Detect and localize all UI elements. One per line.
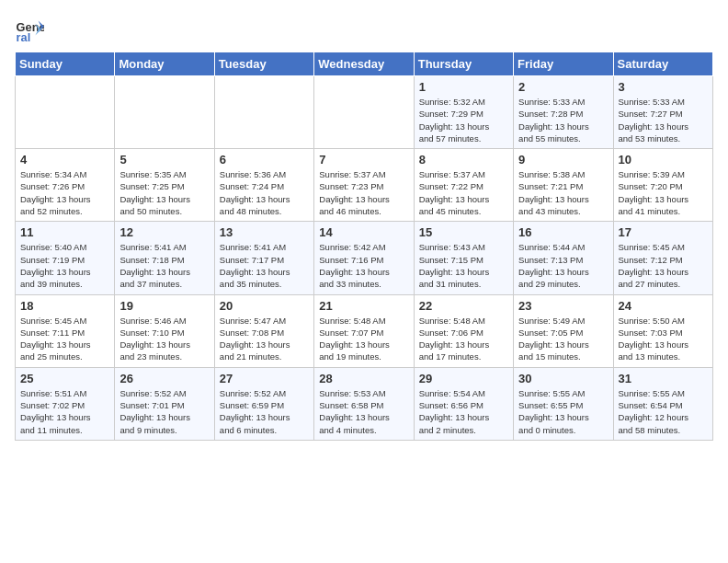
day-number: 28 bbox=[319, 372, 408, 385]
day-cell: 22Sunrise: 5:48 AM Sunset: 7:06 PM Dayli… bbox=[414, 294, 513, 367]
weekday-friday: Friday bbox=[514, 52, 613, 76]
day-number: 9 bbox=[518, 153, 608, 167]
day-number: 21 bbox=[319, 299, 408, 313]
day-number: 26 bbox=[119, 372, 209, 385]
weekday-tuesday: Tuesday bbox=[214, 52, 313, 76]
day-number: 19 bbox=[119, 299, 209, 313]
day-number: 17 bbox=[619, 225, 708, 239]
day-info: Sunrise: 5:47 AM Sunset: 7:08 PM Dayligh… bbox=[220, 315, 309, 363]
day-info: Sunrise: 5:40 AM Sunset: 7:19 PM Dayligh… bbox=[20, 241, 109, 290]
day-cell: 12Sunrise: 5:41 AM Sunset: 7:18 PM Dayli… bbox=[115, 222, 214, 294]
day-info: Sunrise: 5:33 AM Sunset: 7:28 PM Dayligh… bbox=[518, 96, 608, 144]
day-number: 29 bbox=[419, 372, 508, 385]
week-row-1: 1Sunrise: 5:32 AM Sunset: 7:29 PM Daylig… bbox=[16, 76, 713, 149]
day-number: 13 bbox=[220, 225, 309, 239]
day-number: 8 bbox=[419, 153, 508, 167]
day-info: Sunrise: 5:45 AM Sunset: 7:12 PM Dayligh… bbox=[619, 241, 708, 290]
day-number: 22 bbox=[419, 299, 508, 313]
day-cell: 4Sunrise: 5:34 AM Sunset: 7:26 PM Daylig… bbox=[16, 149, 115, 222]
day-number: 11 bbox=[20, 225, 109, 239]
day-info: Sunrise: 5:46 AM Sunset: 7:10 PM Dayligh… bbox=[119, 315, 209, 363]
weekday-saturday: Saturday bbox=[613, 52, 712, 76]
svg-text:ral: ral bbox=[17, 30, 31, 44]
weekday-sunday: Sunday bbox=[16, 52, 115, 76]
day-info: Sunrise: 5:52 AM Sunset: 7:01 PM Dayligh… bbox=[119, 387, 209, 436]
day-number: 30 bbox=[518, 372, 608, 385]
header: Gene ral bbox=[15, 15, 713, 44]
calendar-body: 1Sunrise: 5:32 AM Sunset: 7:29 PM Daylig… bbox=[16, 76, 713, 441]
day-number: 14 bbox=[319, 225, 408, 239]
day-cell: 17Sunrise: 5:45 AM Sunset: 7:12 PM Dayli… bbox=[613, 222, 712, 294]
logo: Gene ral bbox=[15, 15, 48, 44]
day-number: 4 bbox=[20, 153, 109, 167]
day-number: 20 bbox=[220, 299, 309, 313]
week-row-4: 18Sunrise: 5:45 AM Sunset: 7:11 PM Dayli… bbox=[16, 294, 713, 367]
day-cell bbox=[214, 76, 313, 149]
day-number: 3 bbox=[619, 80, 708, 94]
day-info: Sunrise: 5:50 AM Sunset: 7:03 PM Dayligh… bbox=[619, 315, 708, 363]
day-cell: 7Sunrise: 5:37 AM Sunset: 7:23 PM Daylig… bbox=[314, 149, 414, 222]
day-cell: 9Sunrise: 5:38 AM Sunset: 7:21 PM Daylig… bbox=[514, 149, 613, 222]
day-info: Sunrise: 5:42 AM Sunset: 7:16 PM Dayligh… bbox=[319, 241, 408, 290]
day-info: Sunrise: 5:41 AM Sunset: 7:18 PM Dayligh… bbox=[119, 241, 209, 290]
day-info: Sunrise: 5:44 AM Sunset: 7:13 PM Dayligh… bbox=[518, 241, 608, 290]
day-number: 6 bbox=[220, 153, 309, 167]
day-cell: 29Sunrise: 5:54 AM Sunset: 6:56 PM Dayli… bbox=[414, 367, 513, 440]
day-info: Sunrise: 5:35 AM Sunset: 7:25 PM Dayligh… bbox=[119, 168, 209, 217]
weekday-monday: Monday bbox=[115, 52, 214, 76]
day-cell: 31Sunrise: 5:55 AM Sunset: 6:54 PM Dayli… bbox=[613, 367, 712, 440]
day-info: Sunrise: 5:48 AM Sunset: 7:06 PM Dayligh… bbox=[419, 315, 508, 363]
day-number: 31 bbox=[619, 372, 708, 385]
day-info: Sunrise: 5:55 AM Sunset: 6:54 PM Dayligh… bbox=[619, 387, 708, 436]
day-number: 10 bbox=[619, 153, 708, 167]
day-info: Sunrise: 5:33 AM Sunset: 7:27 PM Dayligh… bbox=[619, 96, 708, 144]
day-info: Sunrise: 5:54 AM Sunset: 6:56 PM Dayligh… bbox=[419, 387, 508, 436]
week-row-3: 11Sunrise: 5:40 AM Sunset: 7:19 PM Dayli… bbox=[16, 222, 713, 294]
day-info: Sunrise: 5:36 AM Sunset: 7:24 PM Dayligh… bbox=[220, 168, 309, 217]
day-cell bbox=[314, 76, 414, 149]
weekday-thursday: Thursday bbox=[414, 52, 513, 76]
day-cell: 3Sunrise: 5:33 AM Sunset: 7:27 PM Daylig… bbox=[613, 76, 712, 149]
weekday-header-row: SundayMondayTuesdayWednesdayThursdayFrid… bbox=[16, 52, 713, 76]
day-cell: 28Sunrise: 5:53 AM Sunset: 6:58 PM Dayli… bbox=[314, 367, 414, 440]
logo-icon: Gene ral bbox=[15, 15, 44, 44]
day-cell: 20Sunrise: 5:47 AM Sunset: 7:08 PM Dayli… bbox=[214, 294, 313, 367]
day-info: Sunrise: 5:55 AM Sunset: 6:55 PM Dayligh… bbox=[518, 387, 608, 436]
day-info: Sunrise: 5:41 AM Sunset: 7:17 PM Dayligh… bbox=[220, 241, 309, 290]
day-info: Sunrise: 5:37 AM Sunset: 7:23 PM Dayligh… bbox=[319, 168, 408, 217]
day-info: Sunrise: 5:38 AM Sunset: 7:21 PM Dayligh… bbox=[518, 168, 608, 217]
calendar-header: SundayMondayTuesdayWednesdayThursdayFrid… bbox=[16, 52, 713, 76]
day-cell: 30Sunrise: 5:55 AM Sunset: 6:55 PM Dayli… bbox=[514, 367, 613, 440]
day-number: 18 bbox=[20, 299, 109, 313]
day-cell: 18Sunrise: 5:45 AM Sunset: 7:11 PM Dayli… bbox=[16, 294, 115, 367]
day-cell: 13Sunrise: 5:41 AM Sunset: 7:17 PM Dayli… bbox=[214, 222, 313, 294]
day-number: 24 bbox=[619, 299, 708, 313]
day-number: 5 bbox=[119, 153, 209, 167]
day-cell: 21Sunrise: 5:48 AM Sunset: 7:07 PM Dayli… bbox=[314, 294, 414, 367]
week-row-5: 25Sunrise: 5:51 AM Sunset: 7:02 PM Dayli… bbox=[16, 367, 713, 440]
day-cell: 6Sunrise: 5:36 AM Sunset: 7:24 PM Daylig… bbox=[214, 149, 313, 222]
day-info: Sunrise: 5:49 AM Sunset: 7:05 PM Dayligh… bbox=[518, 315, 608, 363]
day-cell: 14Sunrise: 5:42 AM Sunset: 7:16 PM Dayli… bbox=[314, 222, 414, 294]
day-cell: 15Sunrise: 5:43 AM Sunset: 7:15 PM Dayli… bbox=[414, 222, 513, 294]
day-info: Sunrise: 5:37 AM Sunset: 7:22 PM Dayligh… bbox=[419, 168, 508, 217]
day-info: Sunrise: 5:43 AM Sunset: 7:15 PM Dayligh… bbox=[419, 241, 508, 290]
day-cell: 16Sunrise: 5:44 AM Sunset: 7:13 PM Dayli… bbox=[514, 222, 613, 294]
weekday-wednesday: Wednesday bbox=[314, 52, 414, 76]
day-cell: 10Sunrise: 5:39 AM Sunset: 7:20 PM Dayli… bbox=[613, 149, 712, 222]
day-cell: 26Sunrise: 5:52 AM Sunset: 7:01 PM Dayli… bbox=[115, 367, 214, 440]
day-cell: 11Sunrise: 5:40 AM Sunset: 7:19 PM Dayli… bbox=[16, 222, 115, 294]
week-row-2: 4Sunrise: 5:34 AM Sunset: 7:26 PM Daylig… bbox=[16, 149, 713, 222]
day-number: 23 bbox=[518, 299, 608, 313]
day-info: Sunrise: 5:39 AM Sunset: 7:20 PM Dayligh… bbox=[619, 168, 708, 217]
day-cell: 25Sunrise: 5:51 AM Sunset: 7:02 PM Dayli… bbox=[16, 367, 115, 440]
day-cell: 5Sunrise: 5:35 AM Sunset: 7:25 PM Daylig… bbox=[115, 149, 214, 222]
day-number: 1 bbox=[419, 80, 508, 94]
day-cell: 23Sunrise: 5:49 AM Sunset: 7:05 PM Dayli… bbox=[514, 294, 613, 367]
day-number: 25 bbox=[20, 372, 109, 385]
day-info: Sunrise: 5:53 AM Sunset: 6:58 PM Dayligh… bbox=[319, 387, 408, 436]
day-number: 27 bbox=[220, 372, 309, 385]
day-cell: 19Sunrise: 5:46 AM Sunset: 7:10 PM Dayli… bbox=[115, 294, 214, 367]
day-cell: 1Sunrise: 5:32 AM Sunset: 7:29 PM Daylig… bbox=[414, 76, 513, 149]
day-cell bbox=[16, 76, 115, 149]
